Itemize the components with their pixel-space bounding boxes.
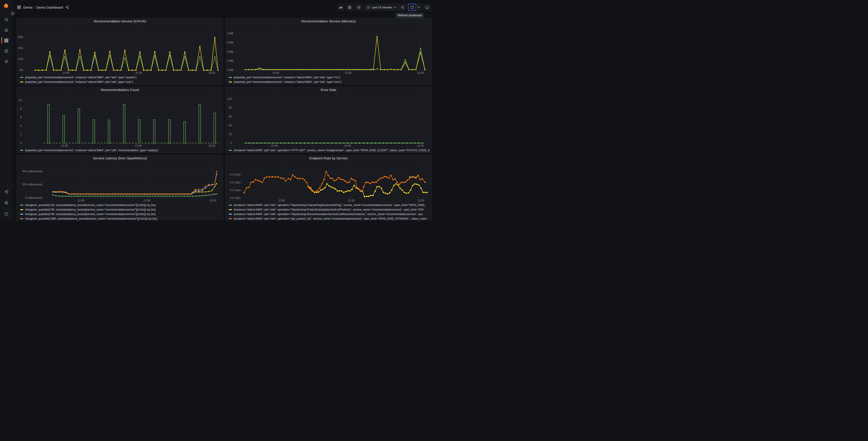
add-panel-button[interactable] xyxy=(337,4,344,11)
svg-text:4: 4 xyxy=(20,124,22,127)
svg-text:22:00: 22:00 xyxy=(417,144,424,147)
panel-title[interactable]: Recommendation Service (CPU%) xyxy=(17,18,223,24)
sidebar-item-help[interactable]: ? xyxy=(0,211,12,216)
refresh-button[interactable] xyxy=(408,4,416,10)
svg-text:20: 20 xyxy=(229,133,232,136)
search-icon xyxy=(4,18,9,22)
panel-title[interactable]: Error Rate xyxy=(226,87,432,93)
svg-text:6 MB: 6 MB xyxy=(227,41,233,44)
dashboard-settings-button[interactable] xyxy=(355,4,362,11)
plot-area[interactable]: 21:5021:5522:000 MB2 MB4 MB6 MB8 MB xyxy=(226,24,432,75)
cycle-view-button[interactable] xyxy=(423,4,431,11)
legend: histogram_quantile(0.50, sum(rate(latenc… xyxy=(17,202,223,220)
svg-text:0%: 0% xyxy=(19,68,23,72)
legend: {instance="otelcol:9464", job="otel", op… xyxy=(226,202,432,220)
svg-text:0.3 req/s: 0.3 req/s xyxy=(230,173,241,176)
dashboard-grid: Recommendation Service (CPU%) 21:5021:55… xyxy=(17,18,432,220)
svg-text:21:55: 21:55 xyxy=(348,199,354,202)
panel-recommendation-memory: Recommendation Service (Memory) 21:5021:… xyxy=(225,18,432,84)
sidebar-item-search[interactable] xyxy=(0,17,12,22)
svg-text:0: 0 xyxy=(20,142,22,145)
explore-compass-icon xyxy=(4,49,9,53)
svg-text:2: 2 xyxy=(20,133,22,136)
plot-area[interactable]: 21:5021:5522:000 milliseconds200 millise… xyxy=(17,161,223,202)
legend-swatch xyxy=(20,77,23,78)
tooltip-text: Refresh dashboard xyxy=(398,14,422,17)
time-range-label: Last 15 minutes xyxy=(372,6,392,9)
panel-service-latency: Service Latency (from SpanMetrics) 21:50… xyxy=(17,155,223,220)
sidebar-item-sign-in[interactable] xyxy=(0,189,12,194)
svg-text:4 MB: 4 MB xyxy=(227,50,233,53)
legend-item[interactable]: {instance="otelcol:9464", job="otel", op… xyxy=(229,207,432,212)
panel-title[interactable]: Recommendation Service (Memory) xyxy=(226,18,432,24)
sidebar-expand-button[interactable] xyxy=(10,11,15,16)
svg-text:0.2 req/s: 0.2 req/s xyxy=(230,181,241,184)
legend-item[interactable]: {instance="otelcol:9464", job="otel", op… xyxy=(229,148,432,153)
legend: {exported_job="recommendationservice", i… xyxy=(17,75,223,84)
zoom-out-button[interactable] xyxy=(399,4,406,10)
legend-item[interactable]: histogram_quantile(0.99, sum(rate(latenc… xyxy=(20,212,223,216)
legend: {exported_job="recommendationservice", i… xyxy=(17,148,223,153)
share-icon[interactable] xyxy=(65,5,69,9)
legend-label: histogram_quantile(0.99, sum(rate(latenc… xyxy=(25,212,156,216)
refresh-interval-dropdown[interactable] xyxy=(416,4,421,10)
svg-text:40: 40 xyxy=(229,124,232,127)
grafana-logo-icon[interactable] xyxy=(3,3,10,9)
sidebar-item-explore[interactable] xyxy=(0,49,12,53)
save-dashboard-button[interactable] xyxy=(346,4,353,11)
breadcrumb-dashboard-title[interactable]: Demo Dashboard xyxy=(36,5,63,9)
legend-item[interactable]: {instance="otelcol:9464", job="otel", op… xyxy=(229,203,432,207)
plot-area[interactable]: 21:5021:5522:000.0 req/s0.1 req/s0.2 req… xyxy=(226,161,432,202)
legend-item[interactable]: {exported_job="recommendationservice", i… xyxy=(20,80,223,84)
legend-item[interactable]: {exported_job="recommendationservice", i… xyxy=(229,75,432,80)
panel-recommendations-count: Recommendations Count 21:5021:5522:00024… xyxy=(17,87,223,153)
svg-text:?: ? xyxy=(6,212,7,215)
add-panel-icon xyxy=(339,5,343,9)
sidebar-item-configuration[interactable] xyxy=(0,200,12,205)
legend-item[interactable]: {instance="otelcol:9464", job="otel", op… xyxy=(229,216,432,220)
legend-item[interactable]: {exported_job="recommendationservice", i… xyxy=(229,80,432,84)
time-range-picker[interactable]: Last 15 minutes xyxy=(364,4,399,10)
sidebar-item-starred[interactable] xyxy=(0,28,12,33)
svg-text:22:00: 22:00 xyxy=(208,144,215,147)
legend-item[interactable]: {exported_job="recommendationservice", i… xyxy=(20,148,223,153)
legend-label: histogram_quantile(0.95, sum(rate(latenc… xyxy=(25,208,156,211)
svg-text:200 milliseconds: 200 milliseconds xyxy=(22,183,42,186)
legend-swatch xyxy=(229,150,232,151)
panel-title[interactable]: Recommendations Count xyxy=(17,87,223,93)
chevron-right-icon xyxy=(11,12,14,15)
legend-swatch xyxy=(20,82,23,82)
svg-text:21:50: 21:50 xyxy=(272,71,279,75)
gear-icon xyxy=(357,5,361,9)
alerting-bell-icon xyxy=(4,59,9,64)
plot-area[interactable]: 21:5021:5522:00020406080100 xyxy=(226,93,432,148)
breadcrumb-folder[interactable]: Demo xyxy=(23,5,32,9)
legend-item[interactable]: histogram_quantile(0.50, sum(rate(latenc… xyxy=(20,203,223,207)
sidebar-item-alerting[interactable] xyxy=(0,59,12,64)
legend-swatch xyxy=(20,214,23,215)
svg-text:8 MB: 8 MB xyxy=(227,32,233,35)
plot-area[interactable]: 21:5021:5522:000246810 xyxy=(17,93,223,148)
legend-item[interactable]: {instance="otelcol:9464", job="otel", op… xyxy=(229,212,432,216)
tooltip-arrow xyxy=(409,11,411,13)
plot-area[interactable]: 21:5021:5522:000%10%20%30% xyxy=(17,24,223,75)
legend-swatch xyxy=(229,77,232,78)
svg-text:21:55: 21:55 xyxy=(135,144,142,147)
tv-monitor-icon xyxy=(425,5,429,9)
svg-text:10: 10 xyxy=(19,99,22,102)
legend-swatch xyxy=(229,214,232,215)
legend-item[interactable]: histogram_quantile(0.95, sum(rate(latenc… xyxy=(20,207,223,212)
svg-text:10%: 10% xyxy=(18,58,23,61)
svg-text:20%: 20% xyxy=(18,47,23,50)
legend-swatch xyxy=(20,150,23,151)
dashboard-toolbar: Last 15 minutes xyxy=(337,4,431,11)
sidebar-item-dashboards[interactable] xyxy=(0,38,12,43)
svg-text:21:55: 21:55 xyxy=(135,71,142,75)
legend-label: {instance="otelcol:9464", job="otel", op… xyxy=(234,204,426,207)
legend-item[interactable]: {exported_job="recommendationservice", i… xyxy=(20,75,223,80)
legend-item[interactable]: histogram_quantile(0.999, sum(rate(laten… xyxy=(20,216,223,220)
help-icon: ? xyxy=(4,212,9,216)
panel-title[interactable]: Service Latency (from SpanMetrics) xyxy=(17,155,223,161)
legend-label: {exported_job="recommendationservice", i… xyxy=(25,80,133,84)
panel-title[interactable]: Endpoint Rate by Service xyxy=(226,155,432,161)
